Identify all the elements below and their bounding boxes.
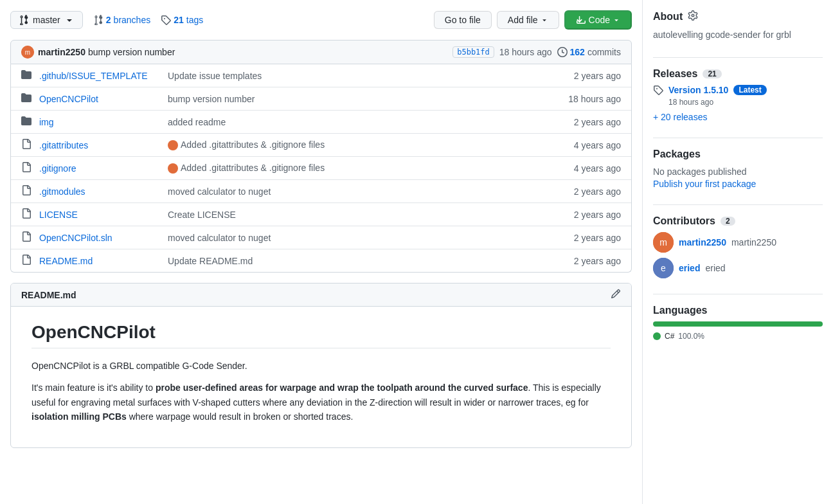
file-message: Added .gitattributes & .gitignore files (168, 163, 574, 174)
table-row: .gitignoreAdded .gitattributes & .gitign… (11, 157, 631, 180)
contributor-2-name[interactable]: eried (679, 263, 700, 273)
file-icon (21, 208, 34, 221)
contributor-1-handle: martin2250 (731, 237, 776, 248)
branches-link[interactable]: 2 branches (93, 15, 150, 25)
file-name: .gitignore (39, 163, 168, 174)
file-name: LICENSE (39, 210, 168, 220)
file-time: 18 hours ago (568, 94, 621, 104)
commits-label: commits (587, 47, 621, 57)
readme-heading: OpenCNCPilot (31, 322, 611, 348)
commit-time: 18 hours ago (499, 47, 552, 57)
contributor-2-avatar[interactable]: e (653, 258, 674, 278)
svg-text:m: m (25, 49, 30, 56)
releases-count: 21 (703, 69, 721, 78)
file-icon (21, 139, 34, 151)
file-message: Added .gitattributes & .gitignore files (168, 140, 574, 150)
file-time: 2 years ago (574, 71, 621, 81)
language-bar (653, 321, 823, 327)
csharp-dot (653, 332, 661, 340)
svg-text:m: m (659, 237, 667, 248)
publish-link[interactable]: Publish your first package (653, 179, 756, 189)
file-message: Update README.md (168, 256, 574, 266)
commit-bar: m martin2250 bump version number b5bb1fd… (10, 40, 632, 64)
contributors-section: Contributors 2 m martin2250 martin2250 e… (653, 215, 823, 278)
file-time: 2 years ago (574, 210, 621, 220)
tags-count: 21 (174, 15, 184, 25)
code-button[interactable]: Code (564, 10, 632, 30)
readme-para1: OpenCNCPilot is a GRBL compatible G-Code… (31, 359, 611, 373)
csharp-name: C# (665, 332, 674, 341)
release-version[interactable]: Version 1.5.10 (668, 85, 728, 95)
packages-note: No packages published (653, 165, 823, 179)
branch-name: master (33, 15, 60, 25)
file-name: OpenCNCPilot.sln (39, 233, 168, 243)
folder-icon (21, 69, 34, 82)
file-name: .gitmodules (39, 186, 168, 197)
languages-section: Languages C# 100.0% (653, 305, 823, 341)
table-row: .github/ISSUE_TEMPLATEUpdate issue templ… (11, 64, 631, 87)
tags-label: tags (186, 15, 203, 25)
commit-sha[interactable]: b5bb1fd (452, 46, 494, 58)
tag-icon (161, 15, 171, 25)
table-row: .gitmodulesmoved calculator to nuget2 ye… (11, 180, 631, 203)
languages-heading: Languages (653, 305, 823, 316)
table-row: README.mdUpdate README.md2 years ago (11, 249, 631, 272)
clock-icon (557, 47, 568, 57)
chevron-down-icon (64, 15, 75, 25)
branches-count: 2 (106, 15, 111, 25)
packages-section: Packages No packages published Publish y… (653, 148, 823, 189)
contributor-2: e eried eried (653, 258, 823, 278)
readme-edit-button[interactable] (611, 289, 621, 301)
file-icon (21, 162, 34, 174)
contributor-1-avatar[interactable]: m (653, 232, 674, 253)
file-table: .github/ISSUE_TEMPLATEUpdate issue templ… (10, 64, 632, 273)
sidebar: About autolevelling gcode-sender for grb… (643, 0, 833, 504)
commit-avatar-sm (168, 140, 178, 150)
svg-text:e: e (661, 263, 666, 273)
latest-badge: Latest (733, 85, 766, 95)
file-message: Create LICENSE (168, 210, 574, 220)
contributors-count: 2 (721, 217, 735, 226)
commit-avatar: m (21, 46, 34, 59)
table-row: imgadded readme2 years ago (11, 111, 631, 134)
more-releases-link[interactable]: + 20 releases (653, 112, 823, 122)
go-to-file-button[interactable]: Go to file (434, 11, 492, 29)
file-name: .github/ISSUE_TEMPLATE (39, 71, 168, 81)
add-file-button[interactable]: Add file (497, 11, 559, 29)
branches-label: branches (114, 15, 151, 25)
file-name: OpenCNCPilot (39, 94, 168, 104)
readme-box: README.md OpenCNCPilot OpenCNCPilot is a… (10, 283, 632, 448)
releases-heading: Releases 21 (653, 68, 823, 80)
csharp-percent: 100.0% (678, 332, 704, 341)
file-time: 2 years ago (574, 186, 621, 197)
file-time: 2 years ago (574, 233, 621, 243)
file-time: 2 years ago (574, 117, 621, 127)
branch-count-icon (93, 15, 103, 25)
release-item: Version 1.5.10 Latest (653, 85, 823, 95)
file-icon (21, 231, 34, 244)
file-name: img (39, 117, 168, 127)
commits-count[interactable]: 162 (570, 47, 585, 57)
language-item-csharp: C# 100.0% (653, 332, 823, 341)
about-heading: About (653, 10, 823, 23)
readme-para2: It's main feature is it's ability to pro… (31, 381, 611, 424)
table-row: LICENSECreate LICENSE2 years ago (11, 203, 631, 226)
release-time: 18 hours ago (668, 98, 823, 107)
file-icon (21, 185, 34, 197)
settings-icon[interactable] (688, 10, 698, 23)
contributor-1-name[interactable]: martin2250 (679, 237, 726, 248)
file-message: bump version number (168, 94, 568, 104)
release-tag-icon (653, 85, 663, 95)
readme-title: README.md (21, 290, 611, 300)
file-message: added readme (168, 117, 574, 127)
download-icon (576, 15, 586, 25)
add-file-chevron-icon (541, 16, 548, 24)
contributors-heading: Contributors 2 (653, 215, 823, 227)
tags-link[interactable]: 21 tags (161, 15, 203, 25)
commit-user[interactable]: martin2250 (38, 47, 85, 57)
folder-icon (21, 116, 34, 128)
file-message: moved calculator to nuget (168, 233, 574, 243)
file-icon (21, 255, 34, 267)
about-description: autolevelling gcode-sender for grbl (653, 28, 823, 42)
branch-selector[interactable]: master (10, 11, 83, 29)
